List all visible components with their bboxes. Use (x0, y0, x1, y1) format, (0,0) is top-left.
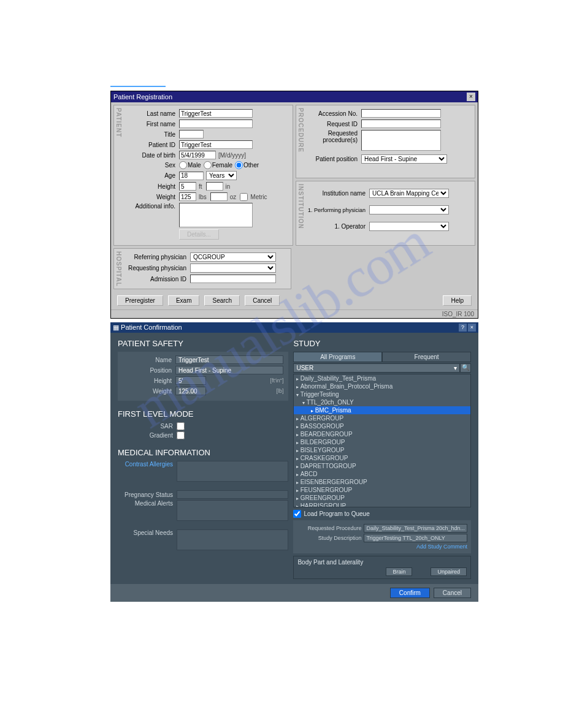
reqproc-list[interactable] (361, 130, 441, 151)
patient-id-input[interactable] (179, 140, 253, 149)
first-name-input[interactable] (179, 119, 253, 128)
help-icon[interactable]: ? (459, 324, 467, 332)
weight-value[interactable]: 125.00 (175, 387, 206, 395)
help-button[interactable]: Help (443, 295, 472, 306)
dob-label: Date of birth (125, 152, 175, 159)
procedure-vlabel: PROCEDURE (297, 108, 304, 153)
patient-position-label: Patient position (307, 156, 358, 162)
gradient-checkbox[interactable] (177, 431, 185, 439)
medical-alerts-field[interactable] (177, 500, 288, 521)
tree-item[interactable]: GREENGROUP (294, 494, 470, 502)
metric-label: Metric (250, 194, 267, 200)
load-program-label: Load Program to Queue (304, 510, 369, 517)
first-level-mode-heading: FIRST LEVEL MODE (118, 409, 288, 419)
height-value[interactable]: 5' (175, 376, 206, 385)
addl-info-label: Additional info. (125, 203, 175, 210)
status-bar: ISO_IR 100 (111, 309, 478, 318)
exam-button[interactable]: Exam (168, 295, 200, 306)
program-tree[interactable]: Daily_Stability_Test_PrismaAbnormal_Brai… (293, 374, 471, 507)
pregnancy-status-field[interactable] (177, 490, 288, 499)
tree-item[interactable]: BEARDENGROUP (294, 430, 470, 438)
load-program-checkbox[interactable] (293, 510, 301, 518)
admission-id-input[interactable] (190, 275, 276, 283)
height-unit: [ft'in"] (270, 377, 283, 384)
height-in-input[interactable] (206, 182, 223, 191)
sex-male-radio[interactable] (179, 161, 187, 169)
sex-other-radio[interactable] (235, 161, 243, 169)
tree-item[interactable]: DAPRETTOGROUP (294, 462, 470, 470)
dob-input[interactable] (179, 151, 216, 159)
tree-item[interactable]: Abnormal_Brain_Protocol_Prisma (294, 382, 470, 390)
add-study-comment-link[interactable]: Add Study Comment (297, 544, 467, 550)
dob-hint: [M/d/yyyy] (218, 152, 246, 159)
tree-item[interactable]: TriggerTesting (294, 390, 470, 398)
laterality-value[interactable]: Unpaired (431, 567, 467, 576)
title-input[interactable] (179, 130, 204, 138)
request-id-input[interactable] (361, 119, 441, 128)
study-desc-value[interactable]: TriggerTesting TTL_20ch_ONLY (364, 534, 467, 542)
ref-phys-select[interactable]: QCGROUP (190, 252, 276, 262)
age-input[interactable] (179, 172, 204, 180)
height-ft-input[interactable] (179, 182, 196, 191)
institution-vlabel: INSTITUTION (297, 184, 304, 229)
addl-info-textarea[interactable] (179, 203, 253, 227)
gradient-label: Gradient (118, 432, 173, 439)
tab-all-programs[interactable]: All Programs (293, 352, 382, 362)
tree-item[interactable]: BILDERGROUP (294, 438, 470, 446)
req-phys-select[interactable] (190, 264, 276, 273)
tree-item[interactable]: ALGERGROUP (294, 414, 470, 422)
special-needs-field[interactable] (177, 529, 288, 550)
titlebar-registration: Patient Registration × (111, 91, 478, 102)
patient-position-select[interactable]: Head First - Supine (361, 154, 447, 164)
search-button[interactable]: Search (204, 295, 240, 306)
body-part-value[interactable]: Brain (386, 567, 412, 576)
tree-item[interactable]: HARRISGROUP (294, 502, 470, 507)
title-label: Title (125, 131, 175, 138)
titlebar-text: Patient Registration (113, 93, 172, 100)
institution-name-select[interactable]: UCLA Brain Mapping Center (369, 189, 449, 198)
confirm-button[interactable]: Confirm (390, 588, 430, 598)
age-unit-select[interactable]: Years (206, 171, 237, 180)
body-part-laterality-box: Body Part and Laterality Brain Unpaired (293, 556, 471, 579)
close-icon[interactable]: × (467, 93, 475, 101)
search-icon[interactable]: 🔍 (460, 363, 471, 373)
details-button[interactable]: Details... (179, 229, 219, 240)
performing-phys-label: 1. Performing physician (307, 207, 366, 213)
cancel-button[interactable]: Cancel (245, 295, 280, 306)
sar-checkbox[interactable] (177, 422, 185, 430)
page-rule (110, 86, 166, 87)
tree-item[interactable]: EISENBERGERGROUP (294, 478, 470, 486)
preregister-button[interactable]: Preregister (117, 295, 163, 306)
user-select[interactable]: USER ▾ (293, 363, 460, 373)
tree-item[interactable]: BASSOGROUP (294, 422, 470, 430)
tree-item[interactable]: CRASKEGROUP (294, 454, 470, 462)
tree-item[interactable]: TTL_20ch_ONLY (294, 398, 470, 406)
last-name-input[interactable] (179, 109, 253, 118)
confirmation-right-column: STUDY All Programs Frequent USER ▾ 🔍 Dai… (293, 339, 471, 579)
sar-label: SAR (118, 423, 173, 430)
hospital-panel: HOSPITAL Referring physicianQCGROUP Requ… (113, 248, 291, 289)
contrast-allergies-field[interactable] (177, 461, 288, 482)
reqproc-label: Requested Procedure (297, 525, 361, 531)
operator-select[interactable] (369, 222, 449, 231)
tree-item[interactable]: FEUSNERGROUP (294, 486, 470, 494)
tab-frequent[interactable]: Frequent (382, 352, 471, 362)
tree-item[interactable]: Daily_Stability_Test_Prisma (294, 374, 470, 382)
pregnancy-status-label: Pregnancy Status (118, 491, 173, 498)
weight-oz-input[interactable] (210, 192, 228, 201)
metric-checkbox[interactable] (240, 193, 248, 201)
tree-item[interactable]: ABCD (294, 470, 470, 478)
tree-item-selected[interactable]: BMC_Prisma (294, 406, 470, 414)
study-desc-label: Study Description (297, 535, 361, 541)
accession-input[interactable] (361, 109, 441, 118)
sex-female-radio[interactable] (204, 161, 212, 169)
weight-lbs-input[interactable] (179, 192, 196, 201)
titlebar2-text: Patient Confirmation (121, 324, 182, 331)
contrast-allergies-label[interactable]: Contrast Allergies (118, 461, 173, 468)
performing-phys-select[interactable] (369, 205, 449, 214)
close-icon[interactable]: × (468, 324, 476, 332)
tree-item[interactable]: BISLEYGROUP (294, 446, 470, 454)
procedure-panel: PROCEDURE Accession No. Request ID Reque… (296, 105, 475, 178)
patient-vlabel: PATIENT (115, 108, 122, 137)
cancel-button[interactable]: Cancel (434, 588, 471, 598)
